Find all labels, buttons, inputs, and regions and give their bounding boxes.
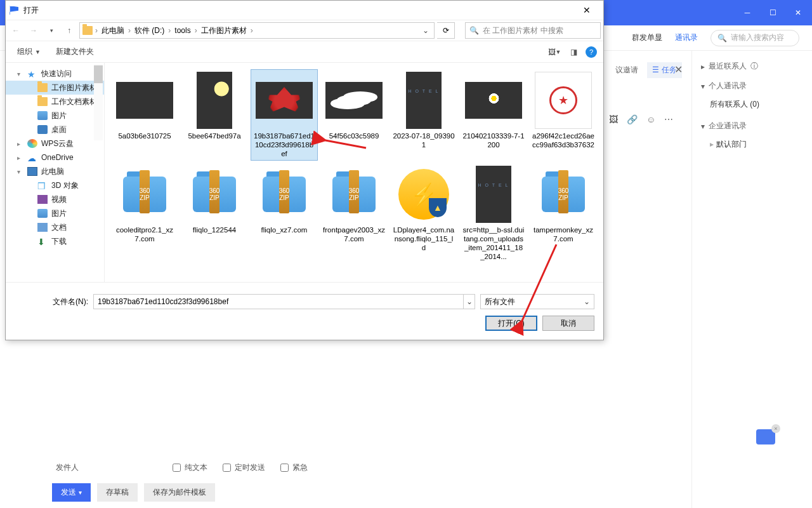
search-placeholder: 在 工作图片素材 中搜索 [483,25,563,36]
chevron-down-icon[interactable]: ⌄ [420,26,431,35]
search-icon: 🔍 [717,34,727,43]
file-item[interactable]: 360ZIPfliqlo_xz7.com [251,163,318,264]
file-item[interactable]: 5bee647bed97a [181,69,248,161]
close-icon[interactable]: × [771,424,780,433]
info-icon[interactable]: ⓘ [750,61,758,72]
panel-close-icon[interactable]: ✕ [674,64,683,76]
timed-send-checkbox[interactable]: 定时发送 [223,462,265,473]
file-item[interactable]: ★a296f42c1ecd26aecc99af63d3b37632 [530,69,597,161]
new-folder-button[interactable]: 新建文件夹 [51,44,99,60]
help-button[interactable]: ? [586,46,597,58]
section-personal[interactable]: ▾个人通讯录 [701,81,803,91]
close-button[interactable]: ✕ [789,4,807,22]
maximize-button[interactable]: ☐ [764,4,782,22]
view-mode-button[interactable]: 🖼 ▼ [547,45,561,59]
urgent-checkbox[interactable]: 紧急 [280,462,308,473]
minimize-button[interactable]: ─ [738,4,756,22]
tree-node[interactable]: 工作图片素材 [6,81,104,95]
tree-node[interactable]: ▸☁OneDrive [6,150,104,164]
send-button[interactable]: 发送▾ [52,483,91,502]
chevron-down-icon[interactable]: ⌄ [463,295,475,309]
file-item[interactable]: 5a03b6e310725 [111,69,178,161]
item-default-dept[interactable]: ▸默认部门 [701,137,803,152]
compose-footer: 发件人 纯文本 定时发送 紧急 发送▾ 存草稿 保存为邮件模板 [52,462,684,502]
file-item[interactable]: 54f56c03c5989 [320,69,388,161]
file-item[interactable]: 210402103339-7-1200 [460,69,527,161]
file-item[interactable]: 360ZIPcooleditpro2.1_xz7.com [111,163,178,264]
dialog-search[interactable]: 🔍 在 工作图片素材 中搜索 [465,22,601,39]
chevron-right-icon: ▸ [710,140,714,149]
save-draft-button[interactable]: 存草稿 [97,483,138,502]
app-flag-icon [10,6,18,15]
search-icon: 🔍 [469,26,479,35]
folder-tree[interactable]: ▾★快速访问工作图片素材工作文档素材图片桌面▸WPS云盘▸☁OneDrive▾此… [6,63,105,282]
link-contacts[interactable]: 通讯录 [675,32,698,43]
file-item[interactable]: 360ZIPfrontpagev2003_xz7.com [320,163,388,264]
dialog-footer: 文件名(N): ⌄ 所有文件 ⌄ 打开(O) 取消 [6,282,603,340]
file-item[interactable]: ⚡▲LDplayer4_com.nansong.fliqlo_115_ld [390,163,457,264]
tree-node[interactable]: ▸WPS云盘 [6,137,104,150]
item-all-contacts[interactable]: 所有联系人 (0) [701,97,803,112]
search-placeholder: 请输入搜索内容 [731,32,784,43]
chevron-down-icon: ⌄ [584,297,590,306]
emoji-icon[interactable]: ☺ [646,114,655,124]
file-item[interactable]: 2023-07-18_093901 [390,69,457,161]
tree-node[interactable]: ⬇下载 [6,234,104,248]
tree-node[interactable]: ▾此电脑 [6,164,104,178]
chat-bubble[interactable]: × [756,429,775,444]
section-corp[interactable]: ▾企业通讯录 [701,121,803,131]
filename-label: 文件名(N): [15,297,88,307]
link-group-send[interactable]: 群发单显 [632,32,662,43]
more-icon[interactable]: ⋯ [664,114,673,124]
nav-forward-button[interactable]: → [26,23,41,38]
filename-combo[interactable]: ⌄ [93,294,475,309]
crumb-0[interactable]: 此电脑 [99,24,127,37]
tree-node[interactable]: 图片 [6,206,104,220]
section-recent[interactable]: ▸最近联系人 ⓘ [701,61,803,72]
app-search[interactable]: 🔍 请输入搜索内容 [710,30,799,46]
chevron-down-icon: ▾ [701,82,705,91]
refresh-button[interactable]: ⟳ [437,22,455,39]
file-item[interactable]: 360ZIPfliqlo_122544 [181,163,248,264]
chevron-right-icon: ▸ [701,62,705,71]
file-type-filter[interactable]: 所有文件 ⌄ [480,294,594,309]
crumb-1[interactable]: 软件 (D:) [132,24,167,37]
chevron-down-icon: ▾ [79,489,82,496]
preview-pane-button[interactable]: ◨ [566,45,580,59]
open-button[interactable]: 打开(O) [485,316,537,331]
crumb-3[interactable]: 工作图片素材 [199,24,249,37]
tree-node[interactable]: ❒3D 对象 [6,178,104,192]
nav-up-button[interactable]: ↑ [62,23,77,38]
dialog-toolbar: 组织▼ 新建文件夹 🖼 ▼ ◨ ? [6,41,603,63]
filter-label: 所有文件 [485,297,515,307]
mid-tabs: 议邀请 ☰任务 ✕ [609,51,691,89]
tree-node[interactable]: 工作文档素材 [6,95,104,109]
scrollbar[interactable] [94,64,103,140]
crumb-2[interactable]: tools [172,25,193,36]
organize-menu[interactable]: 组织▼ [12,44,46,60]
tree-node[interactable]: ▾★快速访问 [6,67,104,81]
link-icon[interactable]: 🔗 [627,114,638,124]
file-item[interactable]: 360ZIPtampermonkey_xz7.com [530,163,597,264]
file-list[interactable]: 5a03b6e3107255bee647bed97a19b3187ba671ed… [105,63,603,282]
chevron-down-icon: ▾ [701,122,705,131]
nav-back-button[interactable]: ← [8,23,23,38]
filename-input[interactable] [94,295,463,309]
breadcrumb[interactable]: › 此电脑› 软件 (D:)› tools› 工作图片素材› ⌄ [79,22,435,39]
tree-node[interactable]: 视频 [6,192,104,206]
file-open-dialog: 打开 ✕ ← → ▾ ↑ › 此电脑› 软件 (D:)› tools› 工作图片… [5,0,604,340]
tree-node[interactable]: 桌面 [6,123,104,137]
picture-icon[interactable]: 🖼 [609,114,618,124]
dialog-nav: ← → ▾ ↑ › 此电脑› 软件 (D:)› tools› 工作图片素材› ⌄… [6,20,603,41]
tab-invite[interactable]: 议邀请 [615,65,638,76]
file-item[interactable]: 19b3187ba671ed110cd23f3d99618bef [251,69,318,161]
tree-node[interactable]: 文档 [6,220,104,234]
nav-recent-dropdown[interactable]: ▾ [44,23,59,38]
dialog-titlebar: 打开 ✕ [6,1,603,20]
save-template-button[interactable]: 保存为邮件模板 [144,483,215,502]
tree-node[interactable]: 图片 [6,109,104,123]
cancel-button[interactable]: 取消 [542,316,594,331]
file-item[interactable]: src=http__b-ssl.duitang.com_uploads_item… [460,163,527,264]
plain-text-checkbox[interactable]: 纯文本 [173,462,207,473]
dialog-close-button[interactable]: ✕ [574,1,599,19]
